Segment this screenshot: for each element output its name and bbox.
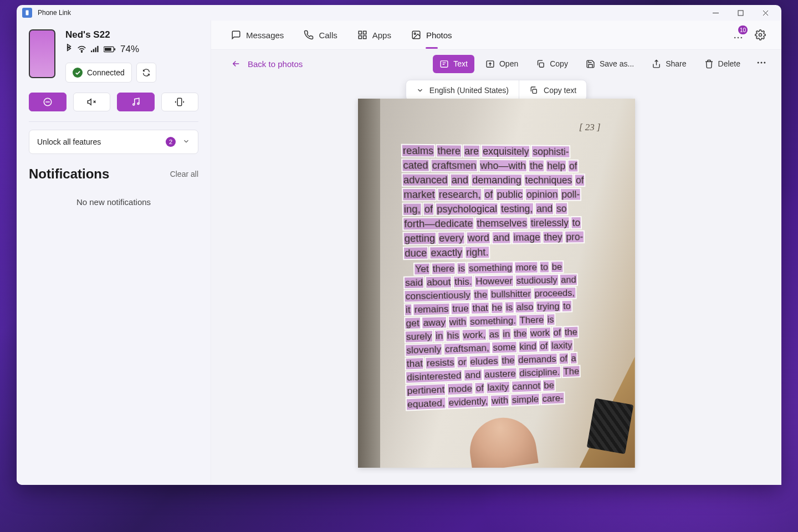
svg-rect-1	[738, 11, 743, 16]
nav-tabs: Messages Calls Apps Photos 10	[211, 21, 781, 49]
tab-calls[interactable]: Calls	[295, 25, 346, 44]
device-summary: Ned's S22 74% Connected	[29, 29, 198, 83]
page-number: [ 23 ]	[579, 122, 601, 133]
unlock-label: Unlock all features	[37, 137, 101, 146]
connection-status: Connected	[65, 63, 132, 83]
save-as-button[interactable]: Save as...	[579, 55, 641, 73]
svg-point-12	[137, 103, 139, 105]
chevron-down-icon	[182, 137, 190, 147]
battery-percent: 74%	[120, 44, 139, 55]
music-button[interactable]	[117, 93, 155, 111]
wifi-icon	[77, 45, 86, 54]
notifications-header: Notifications Clear all	[29, 166, 198, 182]
status-icons: 74%	[65, 44, 156, 55]
back-button[interactable]: Back to photos	[231, 59, 303, 69]
svg-rect-14	[359, 31, 361, 34]
notifications-title: Notifications	[29, 166, 170, 182]
svg-point-29	[764, 62, 765, 64]
svg-point-27	[758, 62, 759, 64]
svg-rect-30	[533, 89, 536, 93]
svg-point-21	[738, 37, 739, 39]
overflow-button[interactable]: 10	[728, 25, 748, 45]
delete-button[interactable]: Delete	[698, 55, 747, 73]
clear-all-button[interactable]: Clear all	[170, 170, 198, 178]
photo-stage: [ 23 ] realms there are exquisitely soph…	[211, 99, 781, 485]
svg-point-2	[81, 51, 83, 52]
refresh-button[interactable]	[136, 63, 156, 83]
battery-icon	[104, 45, 116, 54]
unlock-badge: 2	[166, 137, 176, 147]
svg-rect-26	[540, 63, 544, 67]
window-controls	[703, 5, 778, 21]
main-area: Messages Calls Apps Photos 10	[211, 21, 781, 485]
open-button[interactable]: Open	[479, 55, 525, 73]
svg-point-22	[741, 37, 743, 39]
ocr-text-overlay[interactable]: realms there are exquisitely sophisti-ca…	[402, 144, 577, 412]
quick-actions	[29, 93, 198, 111]
app-window: Phone Link Ned's S22	[17, 5, 781, 485]
overflow-badge: 10	[738, 25, 748, 34]
titlebar: Phone Link	[17, 5, 781, 21]
photo-viewer: Back to photos Text Open Copy	[211, 49, 781, 485]
tab-apps[interactable]: Apps	[349, 25, 400, 44]
sidebar: Ned's S22 74% Connected	[17, 21, 211, 485]
photo-toolbar: Back to photos Text Open Copy	[211, 50, 781, 78]
svg-rect-5	[95, 47, 96, 52]
close-button[interactable]	[753, 5, 778, 21]
more-button[interactable]	[751, 53, 771, 75]
divider	[29, 121, 198, 122]
svg-point-19	[414, 33, 416, 34]
phone-preview[interactable]	[29, 29, 55, 78]
no-notifications-text: No new notifications	[29, 197, 198, 207]
svg-rect-13	[178, 98, 182, 106]
cast-button[interactable]	[161, 93, 199, 111]
text-button[interactable]: Text	[433, 55, 474, 73]
svg-rect-3	[91, 50, 92, 52]
check-icon	[73, 68, 83, 78]
unlock-features-card[interactable]: Unlock all features 2	[29, 130, 198, 154]
svg-rect-6	[97, 45, 98, 52]
dnd-button[interactable]	[29, 93, 66, 111]
svg-rect-17	[363, 36, 366, 39]
svg-rect-4	[93, 49, 94, 52]
svg-rect-15	[363, 31, 366, 34]
svg-rect-0	[26, 11, 29, 16]
svg-point-23	[759, 34, 762, 37]
svg-rect-9	[114, 48, 115, 50]
photo-image[interactable]: [ 23 ] realms there are exquisitely soph…	[358, 99, 635, 468]
copy-button[interactable]: Copy	[529, 55, 575, 73]
svg-rect-16	[359, 36, 361, 39]
svg-point-28	[761, 62, 763, 64]
svg-rect-8	[105, 48, 111, 51]
signal-icon	[91, 45, 99, 54]
bluetooth-icon	[65, 44, 73, 55]
app-icon	[22, 8, 32, 18]
svg-point-11	[133, 104, 135, 105]
tab-photos[interactable]: Photos	[402, 25, 461, 44]
minimize-button[interactable]	[703, 5, 728, 21]
ocr-copy-text-button[interactable]: Copy text	[519, 80, 586, 100]
tab-messages[interactable]: Messages	[222, 25, 293, 44]
share-button[interactable]: Share	[645, 55, 693, 73]
ocr-toolbar: English (United States) Copy text	[406, 80, 587, 101]
settings-button[interactable]	[750, 25, 770, 45]
mute-button[interactable]	[73, 93, 111, 111]
svg-point-20	[734, 37, 736, 39]
ocr-language-selector[interactable]: English (United States)	[406, 80, 519, 100]
window-title: Phone Link	[38, 9, 71, 17]
device-name: Ned's S22	[65, 29, 156, 40]
maximize-button[interactable]	[728, 5, 753, 21]
